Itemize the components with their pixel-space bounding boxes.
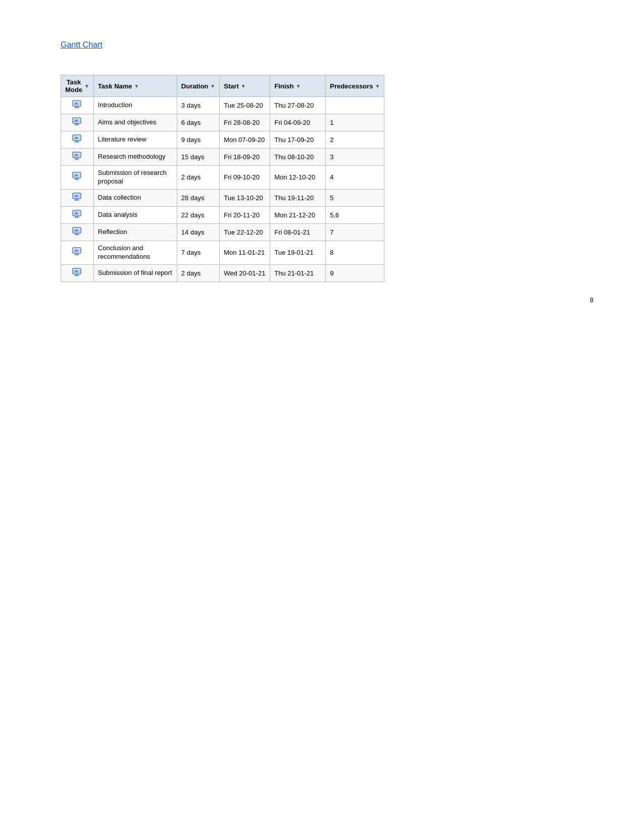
start-text: Mon 11-01-21 bbox=[224, 249, 265, 256]
task-mode-icon bbox=[72, 196, 83, 203]
task-mode-icon bbox=[72, 250, 83, 258]
cell-task-name: Reflection bbox=[93, 223, 177, 241]
duration-text: 3 days bbox=[181, 102, 201, 109]
task-name-text: Literature review bbox=[98, 135, 146, 143]
sort-icon-duration: ▼ bbox=[210, 83, 215, 89]
col-label-duration: Duration bbox=[181, 82, 208, 90]
table-body: Introduction3 daysTue 25-08-20Thu 27-08-… bbox=[61, 97, 384, 282]
cell-finish: Fri 04-09-20 bbox=[270, 114, 326, 131]
table-row: Literature review9 daysMon 07-09-20Thu 1… bbox=[61, 131, 384, 149]
duration-text: 6 days bbox=[181, 119, 201, 126]
task-name-text: Aims and objectives bbox=[98, 118, 157, 126]
predecessors-text: 2 bbox=[330, 136, 333, 144]
predecessors-text: 4 bbox=[330, 173, 333, 181]
cell-task-mode bbox=[61, 166, 94, 190]
cell-finish: Thu 08-10-20 bbox=[270, 149, 326, 166]
col-label-finish: Finish bbox=[274, 82, 293, 90]
task-mode-icon bbox=[72, 213, 83, 220]
col-header-finish[interactable]: Finish ▼ bbox=[270, 75, 326, 97]
cell-task-mode bbox=[61, 97, 94, 114]
cell-finish: Mon 21-12-20 bbox=[270, 206, 326, 223]
col-header-task-name[interactable]: Task Name ▼ bbox=[93, 75, 177, 97]
sort-icon-task-name: ▼ bbox=[134, 83, 139, 89]
task-name-text: Submission of research proposal bbox=[98, 169, 167, 185]
cell-duration: 3 days bbox=[177, 97, 219, 114]
cell-task-mode bbox=[61, 264, 94, 282]
start-text: Fri 28-08-20 bbox=[224, 119, 260, 126]
finish-text: Thu 21-01-21 bbox=[274, 269, 314, 277]
cell-finish: Tue 19-01-21 bbox=[270, 241, 326, 264]
cell-start: Fri 09-10-20 bbox=[220, 166, 270, 190]
cell-predecessors: 9 bbox=[326, 264, 384, 282]
start-text: Fri 20-11-20 bbox=[224, 211, 260, 219]
cell-task-mode bbox=[61, 149, 94, 166]
task-name-text: Data analysis bbox=[98, 211, 137, 218]
duration-text: 22 days bbox=[181, 211, 205, 219]
cell-task-mode bbox=[61, 131, 94, 149]
task-mode-icon bbox=[72, 137, 83, 145]
gantt-table-wrapper: TaskMode ▼ Task Name ▼ Duration ▼ bbox=[61, 75, 384, 282]
duration-text: 2 days bbox=[181, 173, 201, 181]
start-text: Tue 13-10-20 bbox=[224, 194, 263, 202]
finish-text: Thu 08-10-20 bbox=[274, 153, 314, 161]
col-label-task-name: Task Name bbox=[98, 82, 132, 90]
cell-start: Tue 13-10-20 bbox=[220, 189, 270, 206]
cell-predecessors: 8 bbox=[326, 241, 384, 264]
cell-predecessors: 5 bbox=[326, 189, 384, 206]
cell-predecessors: 5,6 bbox=[326, 206, 384, 223]
cell-task-name: Aims and objectives bbox=[93, 114, 177, 131]
predecessors-text: 8 bbox=[330, 249, 333, 256]
cell-task-mode bbox=[61, 223, 94, 241]
sort-icon-predecessors: ▼ bbox=[375, 83, 380, 89]
cell-predecessors: 2 bbox=[326, 131, 384, 149]
cell-duration: 2 days bbox=[177, 166, 219, 190]
start-text: Tue 25-08-20 bbox=[224, 102, 263, 109]
predecessors-text: 7 bbox=[330, 228, 333, 236]
task-name-text: Data collection bbox=[98, 194, 141, 201]
cell-task-name: Conclusion and recommendations bbox=[93, 241, 177, 264]
cell-task-mode bbox=[61, 189, 94, 206]
col-label-predecessors: Predecessors bbox=[330, 82, 373, 90]
predecessors-text: 1 bbox=[330, 119, 333, 126]
finish-text: Thu 19-11-20 bbox=[274, 194, 314, 202]
cell-task-name: Submission of research proposal bbox=[93, 166, 177, 190]
cell-task-name: Data analysis bbox=[93, 206, 177, 223]
task-mode-icon bbox=[72, 120, 83, 128]
start-text: Wed 20-01-21 bbox=[224, 269, 265, 277]
sort-icon-finish: ▼ bbox=[296, 83, 301, 89]
page-container: Gantt Chart TaskMode ▼ Task Name ▼ bbox=[0, 0, 644, 324]
gantt-table: TaskMode ▼ Task Name ▼ Duration ▼ bbox=[61, 75, 384, 282]
col-header-start[interactable]: Start ▼ bbox=[220, 75, 270, 97]
predecessors-text: 3 bbox=[330, 153, 333, 161]
cell-task-mode bbox=[61, 206, 94, 223]
task-name-text: Introduction bbox=[98, 101, 132, 109]
start-text: Tue 22-12-20 bbox=[224, 228, 263, 236]
cell-start: Fri 20-11-20 bbox=[220, 206, 270, 223]
table-row: Aims and objectives6 daysFri 28-08-20Fri… bbox=[61, 114, 384, 131]
duration-text: 7 days bbox=[181, 249, 201, 256]
task-name-text: Conclusion and recommendations bbox=[98, 244, 150, 260]
cell-start: Mon 07-09-20 bbox=[220, 131, 270, 149]
cell-duration: 2 days bbox=[177, 264, 219, 282]
cell-finish: Thu 17-09-20 bbox=[270, 131, 326, 149]
finish-text: Thu 27-08-20 bbox=[274, 102, 314, 109]
col-header-predecessors[interactable]: Predecessors ▼ bbox=[326, 75, 384, 97]
cell-finish: Thu 21-01-21 bbox=[270, 264, 326, 282]
cell-task-name: Data collection bbox=[93, 189, 177, 206]
cell-start: Tue 22-12-20 bbox=[220, 223, 270, 241]
sort-icon-task-mode: ▼ bbox=[84, 83, 89, 89]
col-header-duration[interactable]: Duration ▼ bbox=[177, 75, 219, 97]
task-name-text: Submission of final report bbox=[98, 269, 172, 276]
table-row: Introduction3 daysTue 25-08-20Thu 27-08-… bbox=[61, 97, 384, 114]
predecessors-text: 5 bbox=[330, 194, 333, 202]
finish-text: Fri 04-09-20 bbox=[274, 119, 310, 126]
table-row: Data collection28 daysTue 13-10-20Thu 19… bbox=[61, 189, 384, 206]
col-header-task-mode[interactable]: TaskMode ▼ bbox=[61, 75, 94, 97]
cell-task-mode bbox=[61, 114, 94, 131]
cell-task-name: Literature review bbox=[93, 131, 177, 149]
cell-task-name: Research methodology bbox=[93, 149, 177, 166]
cell-duration: 6 days bbox=[177, 114, 219, 131]
cell-duration: 15 days bbox=[177, 149, 219, 166]
table-row: Conclusion and recommendations7 daysMon … bbox=[61, 241, 384, 264]
task-name-text: Research methodology bbox=[98, 153, 166, 160]
